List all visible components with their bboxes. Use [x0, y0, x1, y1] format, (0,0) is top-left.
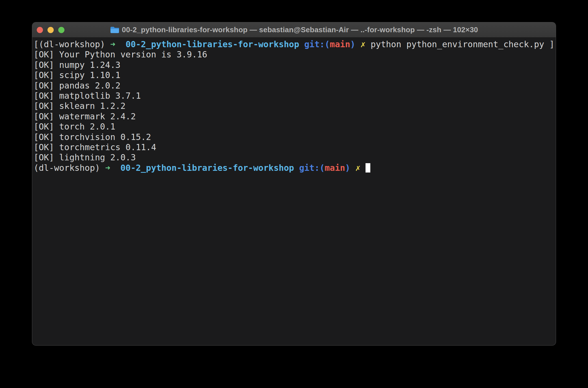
terminal-line: (dl-workshop) ➜ 00-2_python-libraries-fo…: [34, 163, 555, 173]
terminal-line: [OK] sklearn 1.2.2: [34, 101, 555, 111]
terminal-text-segment: 00-2_python-libraries-for-workshop: [120, 163, 294, 173]
terminal-text-segment: [OK] watermark 2.4.2: [34, 111, 136, 121]
terminal-cursor: [366, 163, 370, 173]
terminal-line: [(dl-workshop) ➜ 00-2_python-libraries-f…: [34, 39, 555, 49]
terminal-text-segment: [299, 39, 304, 49]
terminal-text-segment: git:(: [304, 39, 330, 49]
terminal-text-segment: [OK] pandas 2.0.2: [34, 81, 120, 90]
terminal-text-segment: main: [325, 163, 345, 173]
terminal-text-segment: ✗: [355, 163, 360, 173]
terminal-text-segment: git:(: [299, 163, 325, 173]
terminal-text-segment: (dl-workshop): [34, 163, 105, 173]
terminal-line: [OK] torchvision 0.15.2: [34, 132, 555, 142]
terminal-text-segment: main: [330, 39, 350, 49]
terminal-text-segment: ✗: [360, 39, 366, 49]
terminal-text-segment: [294, 163, 299, 173]
terminal-text-segment: [OK] torchmetrics 0.11.4: [34, 142, 156, 152]
folder-icon[interactable]: [110, 26, 119, 34]
terminal-line: [OK] matplotlib 3.7.1: [34, 91, 555, 101]
terminal-text-segment: 00-2_python-libraries-for-workshop: [126, 39, 299, 49]
terminal-line: [OK] numpy 1.24.3: [34, 60, 555, 70]
terminal-window: 00-2_python-libraries-for-workshop — seb…: [32, 22, 556, 346]
terminal-text-segment: ): [350, 39, 355, 49]
zoom-button[interactable]: [58, 27, 64, 33]
terminal-text-segment: ➜: [110, 39, 115, 49]
terminal-text-segment: [360, 163, 366, 173]
terminal-text-segment: [350, 163, 355, 173]
terminal-line: [OK] watermark 2.4.2: [34, 111, 555, 122]
terminal-text-segment: [115, 39, 126, 49]
terminal-text-segment: [OK] torchvision 0.15.2: [34, 132, 151, 142]
terminal-line: [OK] pandas 2.0.2: [34, 81, 555, 91]
terminal-text-segment: ➜: [105, 163, 110, 173]
terminal-line: [OK] torchmetrics 0.11.4: [34, 142, 555, 152]
terminal-text-segment: [355, 39, 360, 49]
terminal-text-segment: [110, 163, 120, 173]
window-controls: [37, 22, 64, 38]
terminal-line: [OK] lightning 2.0.3: [34, 152, 555, 163]
window-title: 00-2_python-libraries-for-workshop — seb…: [122, 25, 478, 34]
terminal-body[interactable]: [(dl-workshop) ➜ 00-2_python-libraries-f…: [32, 38, 556, 173]
terminal-text-segment: [OK] Your Python version is 3.9.16: [34, 49, 207, 59]
terminal-text-segment: ]: [549, 39, 554, 49]
terminal-text-segment: [OK] lightning 2.0.3: [34, 152, 136, 162]
minimize-button[interactable]: [47, 27, 54, 33]
terminal-text-segment: [OK] torch 2.0.1: [34, 122, 115, 132]
terminal-text-segment: ): [345, 163, 350, 173]
title-area: 00-2_python-libraries-for-workshop — seb…: [110, 25, 478, 34]
terminal-line: [OK] torch 2.0.1: [34, 122, 555, 132]
terminal-text-segment: [OK] numpy 1.24.3: [34, 60, 120, 70]
terminal-line: [OK] scipy 1.10.1: [34, 70, 555, 80]
terminal-line: [OK] Your Python version is 3.9.16: [34, 49, 555, 60]
terminal-text-segment: [(dl-workshop): [34, 39, 110, 49]
terminal-text-segment: [OK] sklearn 1.2.2: [34, 101, 126, 111]
terminal-text-segment: python python_environment_check.py: [366, 39, 549, 49]
close-button[interactable]: [37, 27, 43, 33]
terminal-text-segment: [OK] matplotlib 3.7.1: [34, 91, 141, 101]
titlebar[interactable]: 00-2_python-libraries-for-workshop — seb…: [32, 22, 556, 38]
terminal-text-segment: [OK] scipy 1.10.1: [34, 70, 120, 80]
